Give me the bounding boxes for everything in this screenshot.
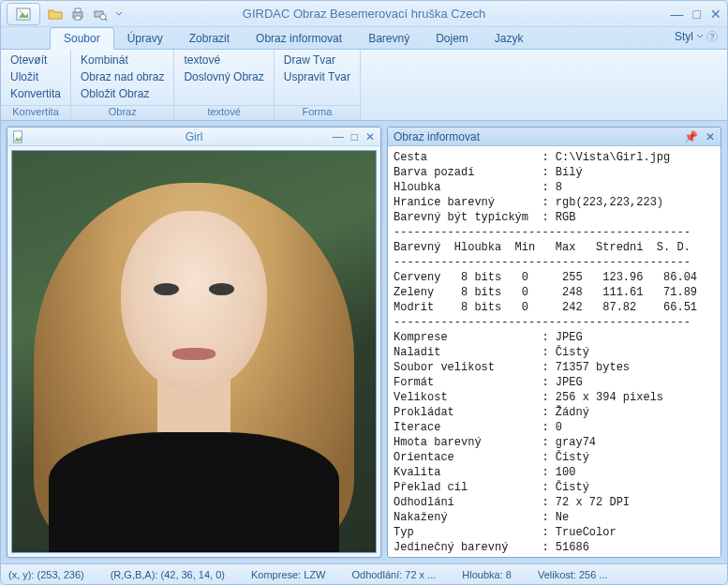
tab-obraz-informovat[interactable]: Obraz informovat xyxy=(243,28,355,49)
panel-close-button[interactable]: ✕ xyxy=(706,130,715,143)
status-size: Velikost: 256 ... xyxy=(538,569,608,580)
portrait-mouth xyxy=(172,348,216,360)
ribbon-tabs: SouborÚpravyZobrazitObraz informovatBare… xyxy=(1,27,727,50)
print-button[interactable] xyxy=(68,5,87,23)
pin-icon[interactable]: 📌 xyxy=(684,130,698,143)
info-panel-header[interactable]: Obraz informovat 📌 ✕ xyxy=(388,128,721,146)
group-konvertita-label: Konvertita xyxy=(1,105,70,120)
titlebar: GIRDAC Obraz Besemerovací hruška Czech —… xyxy=(1,1,727,27)
print-icon xyxy=(70,7,85,22)
quick-access-toolbar xyxy=(46,5,125,23)
tab-upravy[interactable]: Úpravy xyxy=(114,28,176,49)
status-compress: Komprese: LZW xyxy=(251,569,325,580)
help-icon[interactable]: ? xyxy=(706,31,718,42)
tab-barevny[interactable]: Barevný xyxy=(355,28,423,49)
status-depth: Hloubka: 8 xyxy=(462,569,512,580)
chevron-down-icon xyxy=(115,10,123,18)
btn-otevrit[interactable]: Otevøít xyxy=(10,53,61,67)
group-obraz-label: Obraz xyxy=(71,105,173,120)
image-window: Girl — □ ✕ xyxy=(7,127,381,558)
workspace: Girl — □ ✕ Obraz informovat 📌 ✕ C xyxy=(1,121,727,563)
print-preview-icon xyxy=(93,7,108,22)
print-preview-button[interactable] xyxy=(91,5,110,23)
group-forma: Draw TvarUspravit TvarForma xyxy=(275,50,361,120)
status-xy: (x, y): (253, 236) xyxy=(8,569,84,580)
svg-line-8 xyxy=(105,19,107,21)
btn-doslovny-obraz[interactable]: Doslovný Obraz xyxy=(184,70,263,83)
btn-ulozit[interactable]: Uložit xyxy=(10,70,61,83)
svg-point-2 xyxy=(20,9,22,12)
btn-oblozit-obraz[interactable]: Obložit Obraz xyxy=(81,87,164,100)
ribbon: OtevøítUložitKonvertitaKonvertitaKombiná… xyxy=(1,50,727,121)
info-panel-title: Obraz informovat xyxy=(394,130,480,143)
chevron-down-icon xyxy=(696,33,704,40)
mdi-close-button[interactable]: ✕ xyxy=(365,130,375,143)
mdi-maximize-button[interactable]: □ xyxy=(351,130,358,143)
group-textove: textovéDoslovný Obraztextové xyxy=(174,50,274,120)
close-button[interactable]: ✕ xyxy=(710,8,721,21)
style-label: Styl xyxy=(675,30,693,43)
tab-jazyk[interactable]: Jazyk xyxy=(482,28,537,49)
open-button[interactable] xyxy=(46,5,65,23)
minimize-button[interactable]: — xyxy=(671,8,684,21)
svg-rect-4 xyxy=(75,8,81,12)
portrait-eye xyxy=(209,283,234,295)
tab-dojem[interactable]: Dojem xyxy=(423,28,482,49)
image-window-titlebar[interactable]: Girl — □ ✕ xyxy=(7,128,380,146)
info-panel-body[interactable]: Cesta : C:\Vista\Girl.jpg Barva pozadí :… xyxy=(388,146,721,557)
style-picker[interactable]: Styl ? xyxy=(675,30,718,43)
btn-kombinat[interactable]: Kombinát xyxy=(81,53,164,67)
svg-rect-5 xyxy=(75,16,81,20)
btn-uspravit-tvar[interactable]: Uspravit Tvar xyxy=(284,70,350,83)
status-resolution: Odhodlání: 72 x ... xyxy=(351,569,436,580)
qat-dropdown[interactable] xyxy=(113,5,125,23)
image-icon xyxy=(16,7,31,22)
group-textove-label: textové xyxy=(174,105,273,120)
mdi-minimize-button[interactable]: — xyxy=(333,130,344,143)
btn-obraz-nad-obraz[interactable]: Obraz nad obraz xyxy=(81,70,164,83)
info-panel: Obraz informovat 📌 ✕ Cesta : C:\Vista\Gi… xyxy=(387,127,721,558)
group-forma-label: Forma xyxy=(275,105,360,120)
maximize-button[interactable]: □ xyxy=(693,8,701,21)
image-canvas[interactable] xyxy=(11,150,377,553)
btn-textove[interactable]: textové xyxy=(184,53,263,67)
status-rgba: (R,G,B,A): (42, 36, 14, 0) xyxy=(111,569,225,580)
tab-zobrazit[interactable]: Zobrazit xyxy=(176,28,243,49)
portrait-shirt xyxy=(49,432,339,552)
portrait-face xyxy=(121,211,266,392)
document-icon xyxy=(11,130,24,143)
tab-soubor[interactable]: Soubor xyxy=(50,27,114,50)
btn-draw-tvar[interactable]: Draw Tvar xyxy=(284,53,350,67)
image-window-title: Girl xyxy=(7,130,380,143)
group-obraz: KombinátObraz nad obrazObložit ObrazObra… xyxy=(71,50,174,120)
btn-konvertita[interactable]: Konvertita xyxy=(10,87,61,100)
statusbar: (x, y): (253, 236) (R,G,B,A): (42, 36, 1… xyxy=(1,563,727,584)
app-menu-button[interactable] xyxy=(7,3,40,25)
folder-open-icon xyxy=(48,7,63,22)
group-konvertita: OtevøítUložitKonvertitaKonvertita xyxy=(1,50,71,120)
window-controls: — □ ✕ xyxy=(671,8,721,21)
